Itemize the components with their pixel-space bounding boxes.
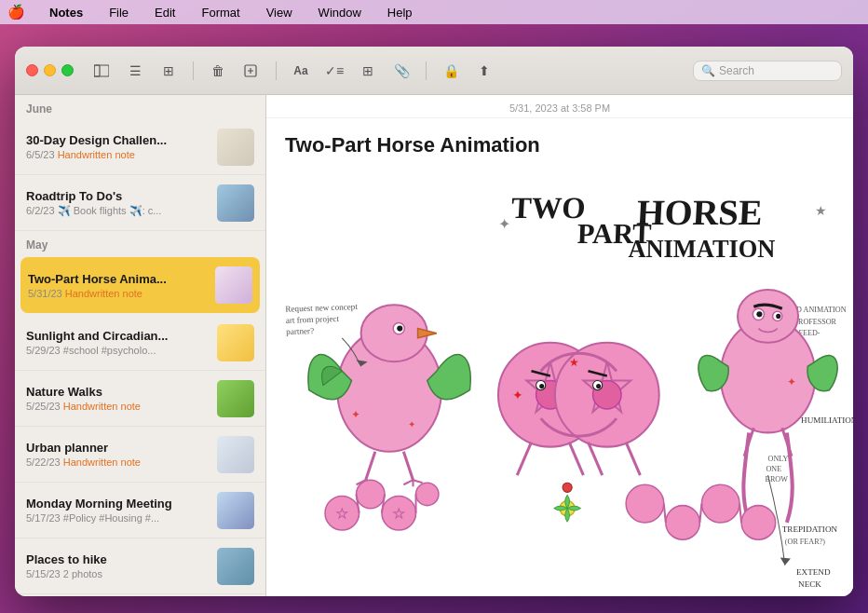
note-thumbnail-hike bbox=[217, 548, 254, 585]
svg-text:TWO: TWO bbox=[510, 191, 586, 225]
lock-button[interactable]: 🔒 bbox=[438, 58, 464, 84]
note-meta: 5/25/23 Handwritten note bbox=[26, 401, 210, 412]
note-info: Places to hike 5/15/23 2 photos bbox=[26, 552, 210, 579]
sidebar-toggle-button[interactable] bbox=[88, 58, 115, 84]
editor-title[interactable]: Two-Part Horse Animation bbox=[266, 118, 853, 165]
svg-text:TREPIDATION: TREPIDATION bbox=[782, 524, 838, 534]
table-button[interactable]: ⊞ bbox=[355, 58, 381, 84]
note-info: 30-Day Design Challen... 6/5/23 Handwrit… bbox=[26, 133, 210, 160]
svg-point-82 bbox=[626, 484, 664, 523]
svg-point-72 bbox=[563, 483, 572, 492]
search-input[interactable] bbox=[719, 64, 831, 77]
note-meta: 5/15/23 2 photos bbox=[26, 568, 210, 579]
svg-text:(OR FEAR?): (OR FEAR?) bbox=[785, 538, 825, 546]
note-thumbnail-design bbox=[217, 129, 254, 166]
sketch-canvas: TWO PART HORSE ANIMATION ✦ ★ Request new… bbox=[266, 165, 853, 596]
checklist-button[interactable]: ✓≡ bbox=[321, 58, 347, 84]
note-meta: 6/5/23 Handwritten note bbox=[26, 149, 210, 160]
menu-help[interactable]: Help bbox=[382, 4, 418, 21]
svg-rect-0 bbox=[94, 65, 100, 76]
share-button[interactable]: ⬆ bbox=[471, 58, 497, 84]
attachment-button[interactable]: 📎 bbox=[388, 58, 414, 84]
note-thumbnail-horse bbox=[215, 266, 252, 304]
grid-view-button[interactable]: ⊞ bbox=[156, 58, 182, 84]
note-meta: 5/31/23 Handwritten note bbox=[28, 288, 208, 299]
note-thumbnail-roadtrip bbox=[217, 184, 254, 222]
svg-text:partner?: partner? bbox=[286, 326, 314, 336]
sidebar: June 30-Day Design Challen... 6/5/23 Han… bbox=[15, 95, 266, 596]
search-bar: 🔍 bbox=[693, 61, 842, 81]
menu-edit[interactable]: Edit bbox=[149, 4, 181, 21]
note-title: Two-Part Horse Anima... bbox=[28, 272, 208, 286]
note-item-design[interactable]: 30-Day Design Challen... 6/5/23 Handwrit… bbox=[15, 119, 265, 175]
svg-text:HUMILIATION: HUMILIATION bbox=[801, 415, 853, 425]
note-item-sunlight[interactable]: Sunlight and Circadian... 5/29/23 #schoo… bbox=[15, 315, 265, 371]
note-item-planner[interactable]: Urban planner 5/22/23 Handwritten note bbox=[15, 427, 265, 483]
new-note-button[interactable] bbox=[238, 58, 264, 84]
note-meta: 5/17/23 #Policy #Housing #... bbox=[26, 512, 210, 524]
note-info: Urban planner 5/22/23 Handwritten note bbox=[26, 441, 210, 468]
editor-content[interactable]: TWO PART HORSE ANIMATION ✦ ★ Request new… bbox=[266, 165, 853, 596]
svg-text:★: ★ bbox=[336, 506, 348, 521]
note-thumbnail-planner bbox=[217, 436, 254, 473]
svg-point-76 bbox=[416, 483, 439, 505]
toolbar-separator-2 bbox=[276, 61, 277, 80]
svg-text:ONE: ONE bbox=[766, 465, 782, 473]
note-title: Sunlight and Circadian... bbox=[26, 329, 210, 343]
svg-point-59 bbox=[596, 384, 601, 388]
menu-format[interactable]: Format bbox=[196, 4, 245, 21]
note-meta: 6/2/23 ✈️ Book flights ✈️: c... bbox=[26, 205, 210, 217]
svg-point-85 bbox=[741, 506, 776, 540]
note-item-outfits[interactable]: Summer Outfits 5/15/23 bbox=[15, 594, 265, 596]
note-item-roadtrip[interactable]: Roadtrip To Do's 6/2/23 ✈️ Book flights … bbox=[15, 175, 265, 231]
svg-text:EXTEND: EXTEND bbox=[796, 567, 831, 577]
apple-menu[interactable]: 🍎 bbox=[7, 4, 25, 20]
menubar: 🍎 Notes File Edit Format View Window Hel… bbox=[0, 0, 868, 24]
format-text-button[interactable]: Aa bbox=[288, 58, 314, 84]
svg-text:art from project: art from project bbox=[286, 314, 340, 325]
toolbar-separator-1 bbox=[193, 61, 194, 80]
close-button[interactable] bbox=[26, 64, 38, 76]
search-icon: 🔍 bbox=[701, 64, 715, 77]
svg-point-63 bbox=[738, 290, 798, 343]
editor-timestamp: 5/31, 2023 at 3:58 PM bbox=[266, 95, 853, 118]
app-window: ☰ ⊞ 🗑 Aa ✓≡ ⊞ 📎 bbox=[15, 47, 853, 596]
svg-rect-1 bbox=[94, 65, 109, 76]
note-title: 30-Day Design Challen... bbox=[26, 133, 210, 147]
note-title: Monday Morning Meeting bbox=[26, 497, 210, 511]
note-meta: 5/22/23 Handwritten note bbox=[26, 456, 210, 468]
menu-window[interactable]: Window bbox=[313, 4, 367, 21]
fullscreen-button[interactable] bbox=[61, 64, 74, 76]
toolbar-separator-3 bbox=[426, 61, 427, 80]
svg-text:★: ★ bbox=[393, 506, 405, 521]
svg-text:ONLY: ONLY bbox=[768, 455, 789, 463]
note-item-nature[interactable]: Nature Walks 5/25/23 Handwritten note bbox=[15, 371, 265, 427]
note-info: Sunlight and Circadian... 5/29/23 #schoo… bbox=[26, 329, 210, 356]
note-item-horse[interactable]: Two-Part Horse Anima... 5/31/23 Handwrit… bbox=[20, 257, 260, 313]
note-title: Roadtrip To Do's bbox=[26, 189, 210, 203]
traffic-lights bbox=[26, 64, 74, 76]
menu-file[interactable]: File bbox=[103, 4, 134, 21]
svg-point-83 bbox=[666, 506, 700, 540]
svg-text:HORSE: HORSE bbox=[636, 193, 764, 232]
note-info: Two-Part Horse Anima... 5/31/23 Handwrit… bbox=[28, 272, 208, 299]
svg-point-84 bbox=[701, 484, 739, 523]
menu-notes[interactable]: Notes bbox=[44, 4, 88, 21]
svg-text:✦: ✦ bbox=[351, 408, 360, 421]
note-thumbnail-meeting bbox=[217, 492, 254, 529]
svg-text:★: ★ bbox=[815, 203, 827, 218]
svg-point-67 bbox=[776, 314, 780, 319]
note-info: Monday Morning Meeting 5/17/23 #Policy #… bbox=[26, 497, 210, 524]
svg-text:✦: ✦ bbox=[498, 215, 510, 232]
svg-text:★: ★ bbox=[569, 356, 579, 369]
list-view-button[interactable]: ☰ bbox=[122, 58, 148, 84]
note-item-hike[interactable]: Places to hike 5/15/23 2 photos bbox=[15, 538, 265, 594]
svg-text:NECK: NECK bbox=[798, 579, 821, 589]
note-item-meeting[interactable]: Monday Morning Meeting 5/17/23 #Policy #… bbox=[15, 483, 265, 538]
delete-button[interactable]: 🗑 bbox=[205, 58, 231, 84]
menu-view[interactable]: View bbox=[261, 4, 298, 21]
note-thumbnail-nature bbox=[217, 380, 254, 417]
note-info: Roadtrip To Do's 6/2/23 ✈️ Book flights … bbox=[26, 189, 210, 217]
month-label-may: May bbox=[15, 231, 265, 255]
minimize-button[interactable] bbox=[44, 64, 56, 76]
